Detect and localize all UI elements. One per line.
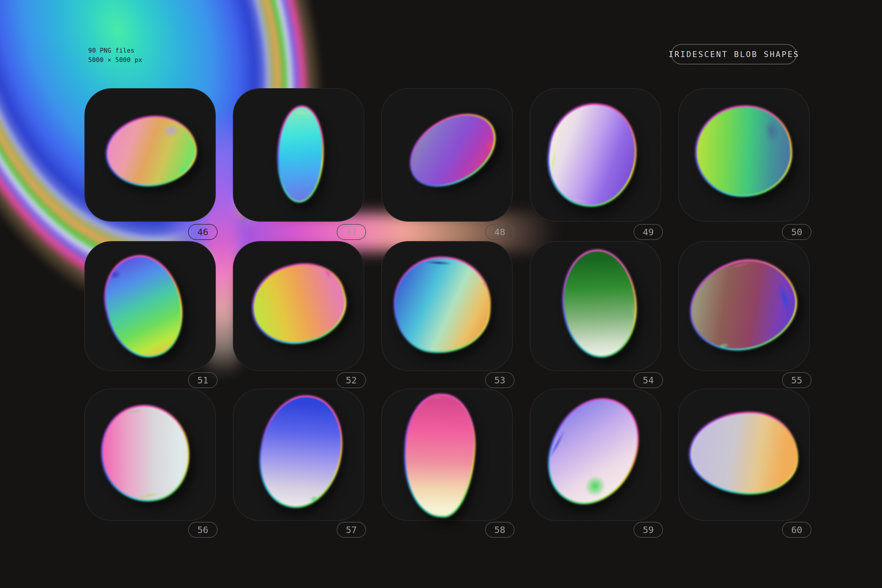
tile-number: 48 xyxy=(494,226,505,237)
blob-gradient-core xyxy=(681,250,805,361)
tile-number-badge: 58 xyxy=(485,522,514,538)
tile-number-badge: 49 xyxy=(634,224,663,240)
title-badge: IRIDESCENT BLOB SHAPES xyxy=(671,44,797,64)
tile-number: 55 xyxy=(791,375,802,386)
blob xyxy=(243,254,355,354)
tile-number-badge: 51 xyxy=(188,372,218,388)
tile-number: 58 xyxy=(494,525,505,535)
tile-number-badge: 52 xyxy=(337,372,366,388)
tile-number-badge: 53 xyxy=(485,372,514,388)
tile-number: 53 xyxy=(494,375,505,386)
blob xyxy=(101,110,201,192)
tile-number: 52 xyxy=(346,375,357,386)
tile-number: 54 xyxy=(643,375,654,386)
blob xyxy=(250,388,352,516)
blob xyxy=(559,247,640,360)
tile: 46 xyxy=(84,88,216,222)
tile-number: 49 xyxy=(643,226,654,237)
tile-number: 50 xyxy=(791,226,802,237)
tile-number-badge: 47 xyxy=(337,224,366,240)
tile: 50 xyxy=(678,88,810,222)
tile-number-badge: 55 xyxy=(782,372,812,388)
tile: 56 xyxy=(84,388,216,521)
tile-number-badge: 46 xyxy=(188,224,218,240)
tile-number-badge: 60 xyxy=(782,522,812,538)
file-count-line: 90 PNG files xyxy=(88,47,135,54)
tile: 59 xyxy=(530,388,661,521)
blob-gradient-core xyxy=(103,112,200,190)
title-badge-label: IRIDESCENT BLOB SHAPES xyxy=(669,50,800,59)
blob xyxy=(276,105,325,203)
blob xyxy=(401,392,478,519)
tile: 47 xyxy=(233,88,364,222)
tile: 54 xyxy=(530,241,661,371)
tile: 49 xyxy=(530,88,661,222)
tile-number: 56 xyxy=(197,525,208,535)
blob-gradient-core xyxy=(245,255,352,352)
tile: 60 xyxy=(678,388,810,521)
tile-number: 57 xyxy=(346,525,357,535)
tile: 48 xyxy=(381,88,513,222)
blob xyxy=(392,254,494,356)
tile-number: 47 xyxy=(346,226,357,237)
tile-number: 46 xyxy=(197,226,208,237)
blob-gradient-core xyxy=(252,390,351,514)
file-size-line: 5000 × 5000 px xyxy=(88,57,142,63)
tile-number-badge: 48 xyxy=(485,224,514,240)
tile-number-badge: 54 xyxy=(634,372,663,388)
tile: 51 xyxy=(84,241,216,371)
blob xyxy=(93,398,197,508)
blob xyxy=(94,247,193,366)
blob xyxy=(691,101,796,201)
blob xyxy=(396,99,508,202)
tile-number: 60 xyxy=(791,525,802,535)
blob xyxy=(530,383,657,520)
tile-number: 51 xyxy=(197,375,208,386)
blob-gradient-core xyxy=(543,100,641,210)
tile-number-badge: 59 xyxy=(634,522,663,538)
tile: 55 xyxy=(678,241,810,371)
tile: 57 xyxy=(233,388,364,521)
tile-number-badge: 50 xyxy=(782,224,812,240)
tile: 52 xyxy=(233,241,364,371)
tile: 58 xyxy=(381,388,513,521)
blob-gradient-core xyxy=(693,104,794,199)
blob xyxy=(679,248,807,363)
file-info-text: 90 PNG files5000 × 5000 px xyxy=(88,46,142,64)
blob xyxy=(541,98,643,212)
blob-gradient-core xyxy=(96,400,195,507)
tile-number-badge: 56 xyxy=(188,522,218,538)
blob-gradient-core xyxy=(97,249,191,363)
tile-number-badge: 57 xyxy=(337,522,366,538)
tile-number: 59 xyxy=(643,525,654,535)
tile: 53 xyxy=(381,241,513,371)
blob xyxy=(687,408,801,497)
tile-grid: 46 47 48 49 xyxy=(0,0,882,588)
